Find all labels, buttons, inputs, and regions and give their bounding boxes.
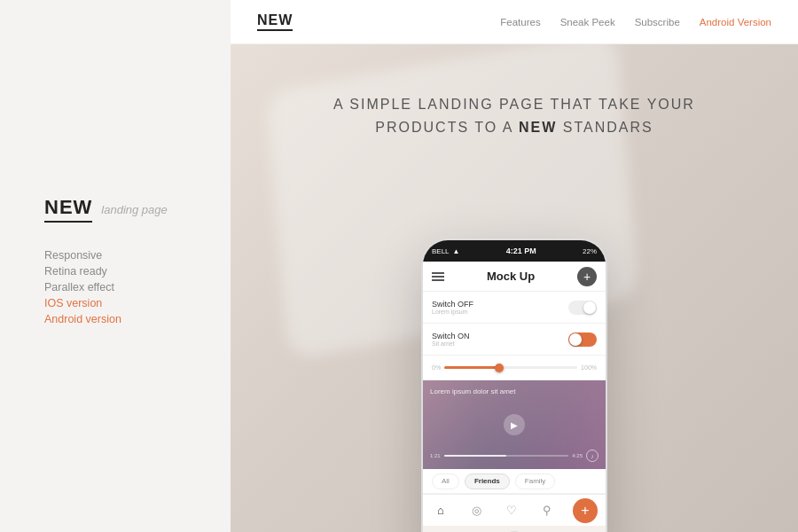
toggle-on[interactable] [568, 332, 597, 347]
feature-retina: Retina ready [44, 265, 186, 278]
switch-off-label: Switch OFF [432, 300, 473, 309]
phone-mockup: BELL ▲ 4:21 PM 22% Mock Up + [421, 239, 607, 532]
media-track[interactable] [444, 455, 569, 457]
hamburger-icon[interactable] [432, 272, 444, 281]
switch-on-sub: Sit amet [432, 340, 470, 347]
phone-home-area [423, 526, 606, 532]
main-area: NEW Features Sneak Peek Subscribe Androi… [231, 0, 798, 532]
feature-android-link[interactable]: Android version [44, 313, 186, 325]
nav-android-version[interactable]: Android Version [700, 17, 771, 27]
slider-row: 0% 100% [423, 356, 606, 380]
app-title: Mock Up [487, 270, 535, 283]
heart-bottom-icon[interactable]: ♡ [502, 501, 521, 520]
slider-thumb [495, 364, 504, 372]
tab-friends[interactable]: Friends [465, 473, 510, 489]
app-add-icon[interactable]: + [577, 267, 597, 286]
left-logo-subtitle: landing page [101, 203, 167, 216]
slider-track[interactable] [444, 366, 577, 369]
slider-fill [444, 366, 497, 369]
phone-status-bar: BELL ▲ 4:21 PM 22% [423, 240, 606, 262]
camera-bottom-icon[interactable]: ◎ [466, 501, 486, 520]
tab-all[interactable]: All [432, 473, 459, 489]
phone-device: BELL ▲ 4:21 PM 22% Mock Up + [421, 239, 607, 532]
toggle-on-knob [569, 333, 582, 346]
feature-responsive: Responsive [44, 249, 186, 262]
navbar: NEW Features Sneak Peek Subscribe Androi… [231, 0, 798, 44]
feature-ios-link[interactable]: IOS version [44, 297, 186, 309]
add-bottom-button[interactable]: + [573, 498, 598, 523]
phone-battery: 22% [583, 247, 597, 255]
media-card: Lorem ipsum dolor sit amet ▶ 1:21 4:25 ♪ [423, 380, 606, 469]
hero-headline: A SIMPLE LANDING PAGE THAT TAKE YOUR PRO… [231, 93, 798, 138]
nav-features[interactable]: Features [500, 17, 540, 27]
hero-headline-line2: PRODUCTS TO A NEW STANDARS [231, 116, 798, 139]
switch-on-label: Switch ON [432, 332, 470, 340]
media-fill [444, 455, 506, 457]
phone-carrier: BELL ▲ [432, 247, 460, 255]
nav-links: Features Sneak Peek Subscribe Android Ve… [500, 17, 771, 27]
volume-icon[interactable]: ♪ [586, 450, 598, 462]
play-button[interactable]: ▶ [504, 414, 525, 435]
nav-logo: NEW [257, 12, 293, 31]
left-panel: NEW landing page Responsive Retina ready… [0, 0, 231, 532]
app-navbar: Mock Up + [423, 262, 606, 292]
switch-on-row: Switch ON Sit amet [423, 324, 606, 356]
hero-headline-line1: A SIMPLE LANDING PAGE THAT TAKE YOUR [231, 93, 798, 116]
left-logo-new: NEW [44, 196, 92, 223]
switch-off-sub: Lorem ipsum [432, 309, 473, 315]
hero-section: A SIMPLE LANDING PAGE THAT TAKE YOUR PRO… [231, 44, 798, 532]
nav-subscribe[interactable]: Subscribe [635, 17, 680, 27]
slider-max: 100% [581, 364, 597, 371]
left-logo: NEW landing page [44, 196, 186, 223]
media-caption: Lorem ipsum dolor sit amet [430, 387, 515, 395]
slider-min: 0% [432, 364, 441, 371]
switch-off-row: Switch OFF Lorem ipsum [423, 292, 606, 324]
media-progress-bar: 1:21 4:25 ♪ [430, 450, 598, 462]
features-list: Responsive Retina ready Parallex effect … [44, 249, 186, 329]
home-bottom-icon[interactable]: ⌂ [431, 501, 450, 520]
tab-family[interactable]: Family [515, 473, 556, 489]
phone-time: 4:21 PM [506, 246, 536, 255]
search-bottom-icon[interactable]: ⚲ [537, 501, 557, 520]
nav-sneak-peek[interactable]: Sneak Peek [560, 17, 615, 27]
toggle-off[interactable] [568, 301, 597, 315]
app-content: Switch OFF Lorem ipsum Switch ON Sit ame… [423, 292, 606, 494]
feature-parallex: Parallex effect [44, 281, 186, 293]
app-bottom-bar: ⌂ ◎ ♡ ⚲ + [423, 494, 606, 526]
tabs-row: All Friends Family [423, 469, 606, 494]
toggle-off-knob [583, 301, 596, 314]
